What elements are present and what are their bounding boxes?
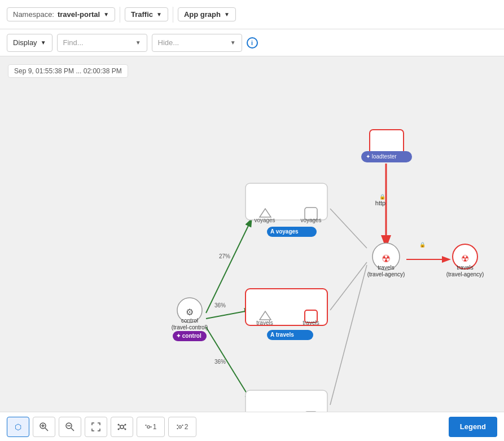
badge-travels: A travels bbox=[267, 330, 313, 340]
traffic-selector[interactable]: Traffic ▼ bbox=[125, 7, 168, 21]
display-chevron: ▼ bbox=[41, 39, 46, 46]
legend-button[interactable]: Legend bbox=[449, 417, 497, 437]
appgraph-label: App graph bbox=[184, 10, 221, 19]
hide-selector[interactable]: Hide... ▼ bbox=[152, 34, 242, 52]
fit-icon bbox=[91, 422, 100, 431]
http-label: 🔒 http bbox=[375, 193, 386, 206]
edge-control-travels bbox=[206, 310, 251, 319]
svg-line-13 bbox=[45, 428, 48, 431]
badge-a-voyages: A voyages bbox=[270, 228, 299, 235]
node-loadtester[interactable]: ✦ loadtester bbox=[361, 130, 412, 162]
graph-layout-button[interactable]: ⬡ bbox=[7, 417, 29, 437]
zoom-out-button[interactable] bbox=[59, 417, 81, 437]
display-selector[interactable]: Display ▼ bbox=[7, 34, 52, 52]
namespace-chevron: ▼ bbox=[103, 11, 109, 17]
travels-src-label: travels bbox=[256, 320, 273, 326]
edge-label-36: 36% bbox=[214, 302, 226, 308]
appgraph-selector[interactable]: App graph ▼ bbox=[178, 7, 236, 21]
fit-button[interactable] bbox=[85, 417, 107, 437]
timestamp: Sep 9, 01:55:38 PM ... 02:00:38 PM bbox=[8, 64, 128, 78]
traffic-chevron: ▼ bbox=[156, 11, 162, 17]
node-graph-2-button[interactable]: 2 bbox=[168, 417, 196, 437]
traffic-label: Traffic bbox=[131, 10, 153, 19]
node-travels-agency-right[interactable]: ☢ travels (travel-agency) bbox=[446, 244, 484, 277]
travels-agency-main-label1: travels bbox=[378, 264, 394, 271]
http-text: http bbox=[375, 200, 385, 206]
control-badge: ✦ control bbox=[176, 333, 201, 339]
edge-voyages-travels bbox=[330, 209, 367, 248]
svg-point-33 bbox=[182, 424, 183, 425]
find-selector[interactable]: Find... ▼ bbox=[57, 34, 147, 52]
svg-line-17 bbox=[71, 428, 74, 431]
edge-control-viaggi bbox=[206, 327, 251, 400]
svg-point-34 bbox=[177, 427, 178, 429]
separator-1 bbox=[120, 7, 120, 23]
loadtester-plus: ✦ loadtester bbox=[366, 153, 397, 160]
badge-a-travels: A travels bbox=[270, 332, 294, 338]
node-graph-1-button[interactable]: 1 bbox=[137, 417, 165, 437]
edge-control-voyages bbox=[206, 220, 251, 313]
svg-point-30 bbox=[150, 426, 151, 427]
node-graph-2-label: 2 bbox=[185, 423, 189, 431]
lock-travels-agency: 🔒 bbox=[419, 241, 426, 248]
zoom-in-button[interactable] bbox=[33, 417, 55, 437]
separator-2 bbox=[173, 7, 173, 23]
gear-icon-control: ⚙ bbox=[186, 307, 194, 317]
namespace-value: travel-portal bbox=[58, 10, 100, 19]
node-graph-icon bbox=[117, 422, 126, 431]
namespace-selector[interactable]: Namespace: travel-portal ▼ bbox=[7, 7, 115, 21]
node-travels-box[interactable]: travels travels bbox=[246, 289, 327, 326]
find-placeholder: Find... bbox=[63, 38, 132, 47]
hazard-icon-right: ☢ bbox=[461, 254, 469, 263]
info-button[interactable]: i bbox=[247, 37, 258, 48]
voyages-src-label: voyages bbox=[254, 217, 275, 223]
svg-point-29 bbox=[145, 424, 146, 425]
svg-point-28 bbox=[147, 425, 150, 428]
node-graph-1-icon bbox=[145, 424, 152, 430]
hide-chevron: ▼ bbox=[230, 39, 236, 46]
control-label2: (travel-control) bbox=[172, 324, 208, 330]
node-voyages-box[interactable]: voyages voyages bbox=[246, 183, 327, 223]
hazard-icon-main: ☢ bbox=[382, 253, 391, 264]
node-graph-2-icon bbox=[177, 424, 183, 430]
second-toolbar: Display ▼ Find... ▼ Hide... ▼ i bbox=[0, 29, 504, 56]
travels-agency-right-label2: (travel-agency) bbox=[446, 271, 484, 277]
node-viaggi-box[interactable]: viaggi viaggi bbox=[246, 390, 327, 412]
find-chevron: ▼ bbox=[135, 39, 141, 46]
top-toolbar: Namespace: travel-portal ▼ Traffic ▼ App… bbox=[0, 0, 504, 29]
zoom-in-icon bbox=[40, 422, 49, 431]
edge-label-27: 27% bbox=[219, 253, 230, 259]
node-graph-1-label: 1 bbox=[153, 423, 157, 431]
hide-placeholder: Hide... bbox=[158, 38, 227, 47]
svg-point-32 bbox=[177, 424, 178, 425]
display-label: Display bbox=[13, 38, 37, 47]
zoom-out-icon bbox=[65, 422, 74, 431]
edge-label-36b: 36% bbox=[214, 359, 226, 365]
travels-agency-right-label1: travels bbox=[457, 264, 473, 271]
graph-svg: 27% 36% 36% 🔒 🔒 🔒 🔒 bbox=[0, 56, 504, 412]
control-label1: control bbox=[181, 317, 198, 324]
voyages-dst-label: voyages bbox=[300, 217, 321, 223]
node-graph-button[interactable] bbox=[111, 417, 133, 437]
svg-rect-8 bbox=[246, 390, 327, 412]
appgraph-chevron: ▼ bbox=[224, 11, 230, 17]
graph-area: Sep 9, 01:55:38 PM ... 02:00:38 PM 27% 3… bbox=[0, 56, 504, 412]
travels-dst-label: travels bbox=[303, 320, 319, 326]
travels-agency-main-label2: (travel-agency) bbox=[367, 271, 405, 277]
node-control[interactable]: ⚙ control (travel-control) ✦ control bbox=[172, 298, 208, 341]
badge-voyages: A voyages bbox=[267, 227, 317, 237]
node-travels-agency-main[interactable]: ☢ travels (travel-agency) bbox=[367, 243, 405, 277]
svg-point-31 bbox=[178, 425, 181, 428]
namespace-label: Namespace: bbox=[13, 10, 54, 19]
bottom-toolbar: ⬡ bbox=[0, 412, 504, 441]
